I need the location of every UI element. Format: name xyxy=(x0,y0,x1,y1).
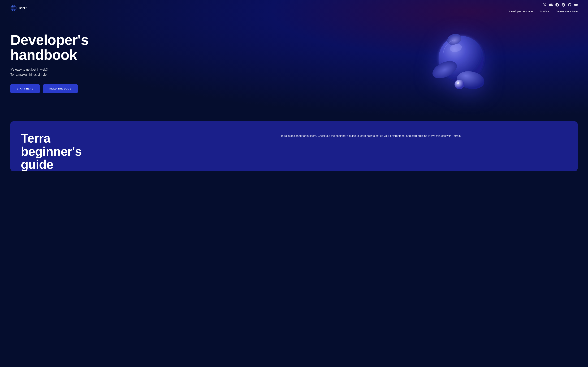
navbar: Terra xyxy=(0,0,588,16)
nav-right: Developer resources Tutorials Developmen… xyxy=(509,3,578,13)
beginner-guide-description: Terra is designed for builders. Check ou… xyxy=(280,133,567,138)
nav-tutorials[interactable]: Tutorials xyxy=(539,10,549,13)
globe-3d xyxy=(429,30,488,96)
globe-illustration xyxy=(429,30,488,96)
beginner-guide-title: Terra beginner's guide xyxy=(21,132,267,171)
twitter-icon[interactable] xyxy=(543,3,546,8)
svg-point-10 xyxy=(455,80,464,89)
discord-icon[interactable] xyxy=(549,3,553,8)
medium-icon[interactable] xyxy=(574,3,578,8)
logo-text: Terra xyxy=(18,6,28,10)
nav-development-suite[interactable]: Development Suite xyxy=(555,10,578,13)
nav-developer-resources[interactable]: Developer resources xyxy=(509,10,533,13)
logo[interactable]: Terra xyxy=(10,5,28,11)
hero-section: Developer's handbook It's easy to get lo… xyxy=(0,16,588,113)
hero-visual xyxy=(339,26,578,99)
hero-title: Developer's handbook xyxy=(10,33,322,62)
beginner-guide-description-area: Terra is designed for builders. Check ou… xyxy=(280,132,567,138)
start-here-button[interactable]: START HERE xyxy=(10,84,40,93)
logo-icon xyxy=(10,5,17,11)
read-docs-button[interactable]: READ THE DOCS xyxy=(43,84,78,93)
beginner-guide-section: Terra beginner's guide Terra is designed… xyxy=(10,121,578,171)
hero-subtitle: It's easy to get lost in web3. Terra mak… xyxy=(10,67,322,77)
svg-point-5 xyxy=(11,5,16,11)
social-icons xyxy=(543,3,578,8)
hero-buttons: START HERE READ THE DOCS xyxy=(10,84,322,93)
beginner-guide-title-area: Terra beginner's guide xyxy=(21,132,267,171)
telegram-icon[interactable] xyxy=(555,3,559,8)
reddit-icon[interactable] xyxy=(562,3,565,8)
github-icon[interactable] xyxy=(568,3,571,8)
nav-links: Developer resources Tutorials Developmen… xyxy=(509,10,578,13)
hero-text: Developer's handbook It's easy to get lo… xyxy=(10,33,322,93)
